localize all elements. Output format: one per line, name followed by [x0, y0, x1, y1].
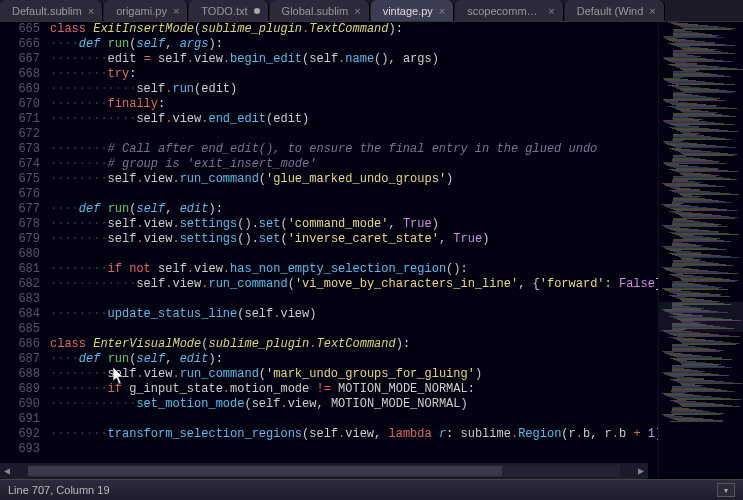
code-content[interactable]: ········update_status_line(self.view)	[50, 307, 316, 322]
line-number: 667	[0, 52, 50, 67]
status-bar: Line 707, Column 19 ▾	[0, 479, 743, 500]
code-row: 671············self.view.end_edit(edit)	[0, 112, 658, 127]
line-number: 684	[0, 307, 50, 322]
line-number: 691	[0, 412, 50, 427]
tab-label: scopecommand	[467, 5, 542, 17]
line-number: 693	[0, 442, 50, 457]
code-row: 672	[0, 127, 658, 142]
tab-label: vintage.py	[383, 5, 433, 17]
code-content[interactable]: ····def run(self, args):	[50, 37, 223, 52]
code-row: 680	[0, 247, 658, 262]
close-icon[interactable]: ×	[354, 5, 360, 17]
code-content[interactable]: ····def run(self, edit):	[50, 202, 223, 217]
close-icon[interactable]: ×	[548, 5, 554, 17]
line-number: 674	[0, 157, 50, 172]
close-icon[interactable]: ×	[649, 5, 655, 17]
code-content[interactable]: ········transform_selection_regions(self…	[50, 427, 658, 442]
code-content[interactable]: ········# Call after end_edit(), to ensu…	[50, 142, 597, 157]
scroll-right-icon[interactable]: ▶	[634, 465, 648, 477]
code-row: 687····def run(self, edit):	[0, 352, 658, 367]
close-icon[interactable]: ×	[88, 5, 94, 17]
tab-vintage-py[interactable]: vintage.py×	[371, 0, 455, 21]
code-row: 678········self.view.settings().set('com…	[0, 217, 658, 232]
code-content[interactable]: ········finally:	[50, 97, 165, 112]
code-content[interactable]: ········edit = self.view.begin_edit(self…	[50, 52, 439, 67]
code-row: 690············set_motion_mode(self.view…	[0, 397, 658, 412]
code-row: 686class EnterVisualMode(sublime_plugin.…	[0, 337, 658, 352]
line-number: 679	[0, 232, 50, 247]
line-number: 692	[0, 427, 50, 442]
code-row: 685	[0, 322, 658, 337]
code-content[interactable]: ········self.view.run_command('mark_undo…	[50, 367, 482, 382]
code-content[interactable]: ············self.view.run_command('vi_mo…	[50, 277, 658, 292]
scroll-thumb[interactable]	[28, 466, 502, 476]
code-row: 675········self.view.run_command('glue_m…	[0, 172, 658, 187]
close-icon[interactable]: ×	[173, 5, 179, 17]
code-row: 691	[0, 412, 658, 427]
code-row: 669············self.run(edit)	[0, 82, 658, 97]
code-row: 693	[0, 442, 658, 457]
code-content[interactable]: class ExitInsertMode(sublime_plugin.Text…	[50, 22, 403, 37]
tab-origami-py[interactable]: origami.py×	[104, 0, 188, 21]
code-content[interactable]: ········self.view.settings().set('comman…	[50, 217, 439, 232]
code-row: 682············self.view.run_command('vi…	[0, 277, 658, 292]
code-content[interactable]: ········self.view.run_command('glue_mark…	[50, 172, 453, 187]
code-content[interactable]: ········self.view.settings().set('invers…	[50, 232, 489, 247]
dirty-indicator-icon	[254, 8, 260, 14]
code-row: 666····def run(self, args):	[0, 37, 658, 52]
horizontal-scrollbar[interactable]: ◀ ▶	[0, 463, 648, 479]
code-row: 676	[0, 187, 658, 202]
tab-default-wind[interactable]: Default (Wind×	[565, 0, 665, 21]
code-content[interactable]: ····def run(self, edit):	[50, 352, 223, 367]
code-row: 692········transform_selection_regions(s…	[0, 427, 658, 442]
tab-bar: Default.sublim×origami.py×TODO.txt×Globa…	[0, 0, 743, 22]
chevron-down-icon: ▾	[724, 486, 728, 495]
line-number: 666	[0, 37, 50, 52]
code-content[interactable]: ············self.view.end_edit(edit)	[50, 112, 309, 127]
code-row: 689········if g_input_state.motion_mode …	[0, 382, 658, 397]
tab-label: Default.sublim	[12, 5, 82, 17]
scroll-left-icon[interactable]: ◀	[0, 465, 14, 477]
tab-label: Global.sublim	[282, 5, 349, 17]
code-pane[interactable]: 665class ExitInsertMode(sublime_plugin.T…	[0, 22, 658, 479]
line-number: 682	[0, 277, 50, 292]
code-content[interactable]: ········if not self.view.has_non_empty_s…	[50, 262, 468, 277]
close-icon[interactable]: ×	[439, 5, 445, 17]
code-content[interactable]: ········if g_input_state.motion_mode != …	[50, 382, 475, 397]
minimap-line	[677, 336, 740, 337]
line-number: 665	[0, 22, 50, 37]
tab-label: Default (Wind	[577, 5, 644, 17]
minimap-line	[676, 84, 735, 85]
tab-global-sublim[interactable]: Global.sublim×	[270, 0, 370, 21]
line-number: 676	[0, 187, 50, 202]
line-number: 672	[0, 127, 50, 142]
code-row: 681········if not self.view.has_non_empt…	[0, 262, 658, 277]
minimap-line	[682, 406, 740, 407]
code-content[interactable]: ········# group is 'exit_insert_mode'	[50, 157, 316, 172]
line-number: 690	[0, 397, 50, 412]
minimap-line	[676, 273, 738, 274]
code-row: 688········self.view.run_command('mark_u…	[0, 367, 658, 382]
minimap-line	[676, 210, 737, 211]
tab-default-sublim[interactable]: Default.sublim×	[0, 0, 103, 21]
code-row: 677····def run(self, edit):	[0, 202, 658, 217]
line-number: 680	[0, 247, 50, 262]
line-number: 673	[0, 142, 50, 157]
code-content[interactable]: class EnterVisualMode(sublime_plugin.Tex…	[50, 337, 410, 352]
status-dropdown[interactable]: ▾	[717, 483, 735, 497]
tab-label: TODO.txt	[201, 5, 247, 17]
scroll-track[interactable]	[28, 465, 620, 477]
minimap[interactable]	[658, 22, 743, 479]
minimap-line	[676, 147, 736, 148]
tab-scopecommand[interactable]: scopecommand×	[455, 0, 563, 21]
code-content[interactable]: ············set_motion_mode(self.view, M…	[50, 397, 468, 412]
code-content[interactable]: ············self.run(edit)	[50, 82, 237, 97]
code-row: 673········# Call after end_edit(), to e…	[0, 142, 658, 157]
editor-area: 665class ExitInsertMode(sublime_plugin.T…	[0, 22, 743, 479]
code-content[interactable]: ········try:	[50, 67, 136, 82]
line-number: 677	[0, 202, 50, 217]
line-number: 669	[0, 82, 50, 97]
tab-todo-txt[interactable]: TODO.txt×	[189, 0, 268, 21]
code-row: 683	[0, 292, 658, 307]
code-row: 684········update_status_line(self.view)	[0, 307, 658, 322]
